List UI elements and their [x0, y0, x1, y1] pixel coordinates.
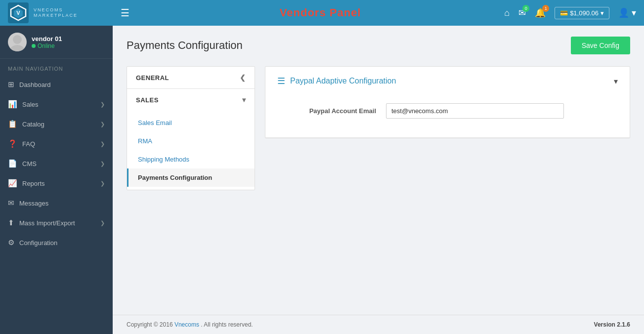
sidebar-item-label: Configuration	[19, 239, 57, 247]
svg-point-4	[13, 35, 22, 44]
user-info: vendor 01 Online	[32, 35, 62, 49]
reports-icon: 📈	[8, 179, 17, 188]
avatar	[8, 33, 27, 51]
sidebar-item-label: CMS	[22, 160, 37, 167]
paypal-form: Paypal Account Email	[265, 95, 630, 137]
sidebar-item-label: Messages	[19, 200, 48, 207]
sales-nav-items: Sales Email RMA Shipping Methods Payment…	[127, 111, 255, 190]
sidebar-item-label: FAQ	[22, 140, 35, 148]
paypal-section-header[interactable]: ☰ Paypal Adaptive Configuration ▾	[265, 67, 630, 95]
sidebar-item-label: Sales	[22, 101, 39, 108]
bell-icon[interactable]: 🔔 1	[535, 7, 546, 18]
paypal-email-label: Paypal Account Email	[277, 107, 376, 115]
svg-text:V: V	[16, 10, 20, 16]
menu-lines-icon: ☰	[277, 76, 285, 86]
top-header: V VNECOMS MARKETPLACE ☰ Vendors Panel ⌂ …	[0, 0, 644, 26]
nav-item-rma[interactable]: RMA	[127, 132, 255, 150]
chevron-right-icon: ❯	[100, 220, 105, 226]
user-panel: vendor 01 Online	[0, 26, 113, 59]
sidebar-item-dashboard[interactable]: ⊞ Dashboard	[0, 75, 113, 94]
footer: Copyright © 2016 Vnecoms . All rights re…	[113, 315, 644, 334]
page-title: Payments Configuration	[127, 39, 243, 52]
hamburger-button[interactable]: ☰	[121, 7, 129, 19]
general-collapse-icon: ❮	[240, 74, 246, 82]
save-config-button[interactable]: Save Config	[571, 37, 630, 54]
balance-amount: $1,090.06	[570, 9, 599, 17]
sidebar-item-cms[interactable]: 📄 CMS ❯	[0, 154, 113, 173]
chevron-right-icon: ❯	[100, 121, 105, 127]
username: vendor 01	[32, 35, 62, 42]
sidebar-item-configuration[interactable]: ⚙ Configuration	[0, 233, 113, 252]
paypal-section-label: Paypal Adaptive Configuration	[290, 77, 396, 85]
logo-area: V VNECOMS MARKETPLACE	[8, 2, 121, 23]
footer-version: Version 2.1.6	[594, 321, 630, 328]
footer-copyright: Copyright © 2016 Vnecoms . All rights re…	[127, 321, 253, 328]
chevron-right-icon: ❯	[100, 101, 105, 108]
sidebar-item-label: Reports	[22, 180, 45, 187]
main-layout: vendor 01 Online MAIN NAVIGATION ⊞ Dashb…	[0, 26, 644, 334]
config-section-sales: SALES ▾ Sales Email RMA Shipping Methods…	[127, 89, 255, 190]
footer-link[interactable]: Vnecoms	[174, 321, 199, 328]
sidebar-item-label: Dashboard	[19, 81, 51, 88]
paypal-email-row: Paypal Account Email	[277, 103, 618, 119]
config-section-sales-header[interactable]: SALES ▾	[127, 89, 255, 111]
sales-icon: 📊	[8, 100, 17, 109]
nav-item-sales-email[interactable]: Sales Email	[127, 114, 255, 132]
logo-name: VNECOMS MARKETPLACE	[34, 7, 78, 18]
wallet-icon: 💳	[560, 9, 568, 17]
paypal-section: ☰ Paypal Adaptive Configuration ▾ Paypal…	[265, 67, 630, 138]
config-section-general: GENERAL ❮	[127, 67, 255, 89]
config-nav-panel: GENERAL ❮ SALES ▾ Sales Email RMA Shippi…	[127, 66, 255, 190]
config-content-panel: ☰ Paypal Adaptive Configuration ▾ Paypal…	[265, 66, 630, 138]
messages-icon: ✉	[8, 199, 14, 208]
nav-item-payments-configuration[interactable]: Payments Configuration	[127, 168, 255, 187]
paypal-section-title: ☰ Paypal Adaptive Configuration	[277, 76, 396, 86]
sidebar-item-label: Mass Import/Export	[19, 219, 75, 227]
config-section-general-header[interactable]: GENERAL ❮	[127, 67, 255, 88]
app-title: Vendors Panel	[280, 6, 361, 19]
user-menu-icon[interactable]: 👤 ▾	[618, 7, 636, 18]
sidebar-item-sales[interactable]: 📊 Sales ❯	[0, 94, 113, 114]
mail-badge: 0	[522, 5, 529, 12]
sidebar-item-mass-import-export[interactable]: ⬆ Mass Import/Export ❯	[0, 213, 113, 233]
status-dot	[32, 44, 36, 48]
paypal-email-input[interactable]	[386, 103, 564, 119]
cms-icon: 📄	[8, 159, 17, 168]
sidebar-item-messages[interactable]: ✉ Messages	[0, 193, 113, 213]
nav-item-shipping-methods[interactable]: Shipping Methods	[127, 150, 255, 168]
catalog-icon: 📋	[8, 120, 17, 128]
chevron-down-icon: ▾	[614, 77, 618, 86]
header-right: ⌂ ✉ 0 🔔 1 💳 $1,090.06 ▾ 👤 ▾	[504, 7, 636, 19]
general-section-label: GENERAL	[136, 74, 169, 82]
sidebar-item-label: Catalog	[22, 121, 44, 128]
sidebar-item-faq[interactable]: ❓ FAQ ❯	[0, 134, 113, 154]
sidebar: vendor 01 Online MAIN NAVIGATION ⊞ Dashb…	[0, 26, 113, 334]
content-body: GENERAL ❮ SALES ▾ Sales Email RMA Shippi…	[113, 61, 644, 315]
dashboard-icon: ⊞	[8, 80, 14, 89]
nav-section-label: MAIN NAVIGATION	[0, 59, 113, 75]
sales-collapse-icon: ▾	[242, 96, 246, 104]
chevron-right-icon: ❯	[100, 161, 105, 167]
balance-dropdown-icon: ▾	[601, 9, 604, 17]
balance-button[interactable]: 💳 $1,090.06 ▾	[555, 7, 609, 19]
mail-icon[interactable]: ✉ 0	[518, 7, 526, 18]
faq-icon: ❓	[8, 139, 17, 148]
content-header: Payments Configuration Save Config	[113, 26, 644, 61]
user-status: Online	[32, 42, 62, 49]
sidebar-item-reports[interactable]: 📈 Reports ❯	[0, 173, 113, 193]
import-export-icon: ⬆	[8, 218, 14, 227]
bell-badge: 1	[542, 5, 549, 12]
sidebar-item-catalog[interactable]: 📋 Catalog ❯	[0, 114, 113, 134]
content-area: Payments Configuration Save Config GENER…	[113, 26, 644, 334]
header-center: Vendors Panel	[136, 6, 504, 19]
logo-icon: V	[8, 2, 29, 23]
sales-section-label: SALES	[136, 96, 159, 104]
configuration-icon: ⚙	[8, 238, 14, 247]
chevron-right-icon: ❯	[100, 180, 105, 187]
svg-point-5	[10, 45, 24, 51]
home-icon[interactable]: ⌂	[504, 8, 510, 18]
chevron-right-icon: ❯	[100, 141, 105, 147]
